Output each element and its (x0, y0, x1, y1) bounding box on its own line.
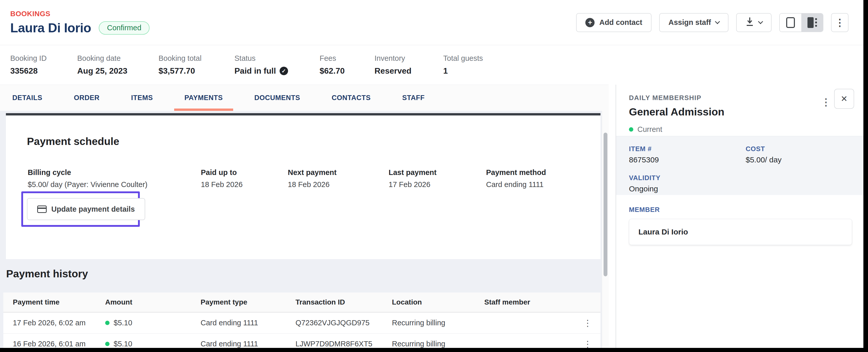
member-name: Laura Di Iorio (639, 228, 688, 236)
summary-booking-date: Booking date Aug 25, 2023 (77, 54, 158, 76)
status-badge: Confirmed (99, 21, 150, 35)
app-window: BOOKINGS Laura Di Iorio Confirmed + Add … (0, 0, 863, 348)
add-contact-label: Add contact (599, 18, 642, 27)
chevron-down-icon (758, 19, 763, 24)
table-row[interactable]: 16 Feb 2026, 6:01 am $5.10 Card ending 1… (3, 333, 600, 348)
summary-fees: Fees $62.70 (319, 54, 374, 76)
card-view-toggle[interactable] (780, 13, 801, 32)
member-card[interactable]: Laura Di Iorio (629, 219, 852, 245)
assign-staff-button[interactable]: Assign staff (659, 13, 728, 32)
page-header: BOOKINGS Laura Di Iorio Confirmed + Add … (0, 0, 863, 45)
header-kebab-button[interactable]: ⋮ (831, 13, 848, 32)
summary-booking-id: Booking ID 335628 (10, 54, 77, 76)
tab-order[interactable]: ORDER (64, 85, 110, 111)
header-actions: + Add contact Assign staff (576, 13, 848, 32)
validity-field: VALIDITY Ongoing (629, 174, 746, 193)
payment-schedule-card: Payment schedule Billing cycle $5.00/ da… (6, 115, 600, 259)
split-view-toggle[interactable] (801, 13, 823, 32)
status-dot (629, 127, 633, 131)
payment-history-table: Payment time Amount Payment type Transac… (3, 292, 600, 348)
tab-documents[interactable]: DOCUMENTS (244, 85, 311, 111)
summary-inventory: Inventory Reserved (374, 54, 443, 76)
card-view-icon (786, 17, 795, 28)
tab-payments[interactable]: PAYMENTS (174, 85, 233, 111)
side-panel-close-button[interactable]: ✕ (834, 89, 854, 109)
main-content: DETAILS ORDER ITEMS PAYMENTS DOCUMENTS C… (0, 85, 616, 348)
item-number-field: ITEM # 8675309 (629, 145, 746, 164)
table-header-row: Payment time Amount Payment type Transac… (3, 292, 600, 313)
view-toggle (779, 13, 824, 32)
download-icon (745, 17, 754, 28)
summary-status: Status Paid in full ✓ (235, 54, 319, 76)
item-side-panel: DAILY MEMBERSHIP General Admission Curre… (616, 85, 863, 348)
side-panel-kebab-icon[interactable]: ⋮ (819, 95, 833, 109)
summary-total-guests: Total guests 1 (443, 54, 483, 76)
row-kebab-icon[interactable]: ⋮ (575, 339, 600, 348)
table-row[interactable]: 17 Feb 2026, 6:02 am $5.10 Card ending 1… (3, 313, 600, 333)
field-last-payment: Last payment 17 Feb 2026 (389, 168, 437, 189)
cost-field: COST $5.00/ day (746, 145, 863, 164)
field-payment-method: Payment method Card ending 1111 (486, 168, 546, 189)
field-next-payment: Next payment 18 Feb 2026 (288, 168, 337, 189)
check-circle-icon: ✓ (280, 67, 288, 75)
payments-tab-panel: Payment schedule Billing cycle $5.00/ da… (0, 111, 609, 348)
tab-contacts[interactable]: CONTACTS (321, 85, 381, 111)
item-details-section: ITEM # 8675309 COST $5.00/ day VALIDITY … (616, 136, 863, 195)
payment-history-title: Payment history (6, 268, 88, 280)
add-contact-button[interactable]: + Add contact (576, 13, 652, 32)
booking-summary-bar: Booking ID 335628 Booking date Aug 25, 2… (0, 45, 863, 85)
field-paid-up-to: Paid up to 18 Feb 2026 (201, 168, 243, 189)
page-title: Laura Di Iorio (10, 21, 91, 35)
breadcrumb[interactable]: BOOKINGS (10, 10, 150, 18)
tab-details[interactable]: DETAILS (2, 85, 53, 111)
row-kebab-icon[interactable]: ⋮ (575, 318, 600, 328)
tab-staff[interactable]: STAFF (392, 85, 435, 111)
scrollbar-thumb[interactable] (603, 133, 608, 276)
scrollbar-track[interactable] (602, 111, 609, 348)
payment-success-dot (105, 342, 110, 346)
download-button[interactable] (736, 13, 772, 32)
credit-card-icon (37, 206, 47, 213)
tab-items[interactable]: ITEMS (121, 85, 163, 111)
update-payment-details-button[interactable]: Update payment details (27, 198, 145, 220)
split-view-icon (807, 17, 817, 28)
payment-schedule-title: Payment schedule (27, 136, 119, 148)
card-top-bar (6, 113, 600, 115)
header-left: BOOKINGS Laura Di Iorio Confirmed (10, 10, 150, 35)
tab-bar: DETAILS ORDER ITEMS PAYMENTS DOCUMENTS C… (0, 85, 609, 111)
member-section: MEMBER Laura Di Iorio (629, 206, 852, 245)
assign-staff-label: Assign staff (669, 18, 711, 27)
chevron-down-icon (715, 19, 720, 24)
plus-circle-icon: + (585, 18, 595, 27)
summary-booking-total: Booking total $3,577.70 (158, 54, 235, 76)
payment-success-dot (105, 321, 110, 325)
side-panel-status: Current (629, 125, 863, 134)
field-billing-cycle: Billing cycle $5.00/ day (Payer: Vivienn… (28, 168, 148, 189)
member-label: MEMBER (629, 206, 852, 214)
